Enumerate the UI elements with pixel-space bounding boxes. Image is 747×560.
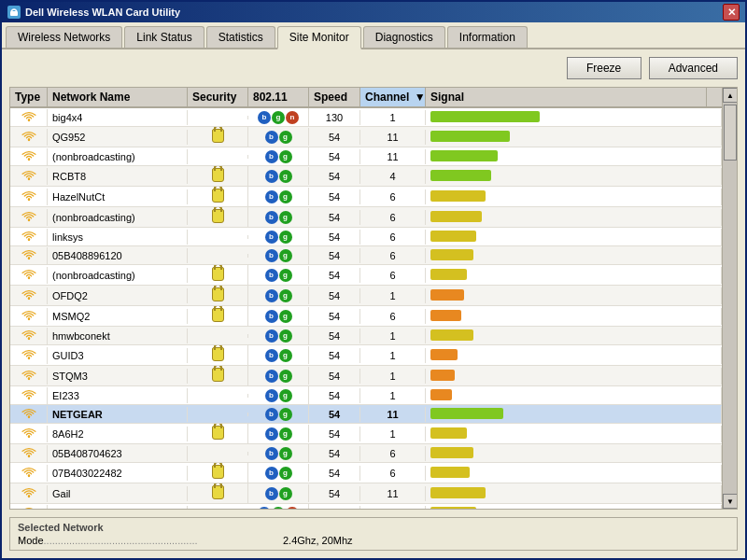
col-channel[interactable]: Channel ▼ xyxy=(360,88,426,106)
table-row[interactable]: (nonbroadcasting) bg546 xyxy=(10,207,722,228)
cell-protocol: bg xyxy=(248,307,309,325)
cell-network-name: MSMQ2 xyxy=(48,309,188,324)
scroll-up-button[interactable]: ▲ xyxy=(723,88,737,103)
cell-channel: 6 xyxy=(360,466,426,481)
table-row[interactable]: (nonbroadcasting) bg546 xyxy=(10,265,722,286)
app-icon xyxy=(7,6,21,19)
cell-type xyxy=(10,368,48,385)
network-table: Type Network Name Security 802.11 Speed … xyxy=(9,87,738,510)
scrollbar[interactable]: ▲ ▼ xyxy=(722,88,737,509)
content-area: Freeze Advanced Type Network Name Securi… xyxy=(2,49,745,558)
tab-bar: Wireless Networks Link Status Statistics… xyxy=(2,22,745,49)
cell-type xyxy=(10,229,48,245)
cell-speed: 54 xyxy=(309,149,360,164)
cell-network-name: (nonbroadcasting) xyxy=(48,268,188,283)
cell-channel: 11 xyxy=(360,486,426,501)
table-row[interactable]: 07B403022482 bg546 xyxy=(10,463,722,483)
cell-channel: 6 xyxy=(360,189,426,204)
freeze-button[interactable]: Freeze xyxy=(567,57,641,79)
table-row[interactable]: big4x4bgn1301 xyxy=(10,108,722,127)
cell-security xyxy=(188,413,248,416)
window-title: Dell Wireless WLAN Card Utility xyxy=(25,7,180,18)
cell-network-name: STQM3 xyxy=(48,369,188,384)
col-network-name[interactable]: Network Name xyxy=(48,88,188,106)
cell-channel: 1 xyxy=(360,388,426,403)
table-row[interactable]: RCBT8 bg544 xyxy=(10,166,722,187)
scroll-down-button[interactable]: ▼ xyxy=(723,494,737,509)
table-row[interactable]: NETGEARbg5411 xyxy=(10,405,722,424)
col-type: Type xyxy=(10,88,48,106)
cell-signal xyxy=(426,406,722,423)
svg-point-3 xyxy=(27,158,30,161)
table-row[interactable]: HazelNutCt bg546 xyxy=(10,187,722,207)
svg-point-16 xyxy=(27,415,30,418)
tab-information[interactable]: Information xyxy=(447,26,528,48)
cell-channel: 1 xyxy=(360,369,426,384)
cell-channel: 6 xyxy=(360,446,426,461)
cell-security xyxy=(188,235,248,239)
tab-statistics[interactable]: Statistics xyxy=(206,26,275,48)
cell-protocol: bg xyxy=(248,266,309,284)
svg-point-10 xyxy=(27,297,30,300)
cell-channel: 1 xyxy=(360,288,426,303)
svg-point-19 xyxy=(27,474,30,477)
cell-signal xyxy=(426,347,722,364)
tab-wireless-networks[interactable]: Wireless Networks xyxy=(6,26,122,48)
cell-type xyxy=(10,209,48,226)
cell-security xyxy=(188,334,248,338)
cell-channel: 6 xyxy=(360,230,426,245)
cell-security xyxy=(188,207,248,227)
cell-signal xyxy=(426,308,722,325)
table-row[interactable]: MSMQ2 bg546 xyxy=(10,306,722,327)
table-row[interactable]: Gail bg5411 xyxy=(10,483,722,504)
col-security[interactable]: Security xyxy=(188,88,248,106)
table-body[interactable]: big4x4bgn1301 QG952 bg5411 (nonbroadcast… xyxy=(10,108,722,509)
cell-security xyxy=(188,366,248,385)
table-row[interactable]: QG952 bg5411 xyxy=(10,127,722,147)
table-row[interactable]: (nonbroadcasting)bg5411 xyxy=(10,147,722,166)
advanced-button[interactable]: Advanced xyxy=(649,57,738,79)
cell-type xyxy=(10,426,48,442)
table-row[interactable]: hmwbconektbg541 xyxy=(10,327,722,345)
cell-security xyxy=(188,286,248,305)
scrollbar-thumb[interactable] xyxy=(724,105,737,161)
cell-protocol: bg xyxy=(248,167,309,185)
table-row[interactable]: 8A6H2 bg541 xyxy=(10,424,722,444)
cell-signal xyxy=(426,287,722,304)
col-signal[interactable]: Signal xyxy=(426,88,707,106)
cell-security xyxy=(188,424,248,443)
selected-network-panel: Selected Network Mode...................… xyxy=(9,517,738,551)
table-row[interactable]: OFDQ2 bg541 xyxy=(10,286,722,306)
cell-type xyxy=(10,267,48,284)
cell-network-name: (nonbroadcasting) xyxy=(48,149,188,164)
svg-point-2 xyxy=(27,138,30,141)
cell-protocol: bg xyxy=(248,208,309,226)
col-802-11[interactable]: 802.11 xyxy=(248,88,309,106)
scrollbar-track[interactable] xyxy=(723,103,737,494)
table-row[interactable]: 05B408704623bg546 xyxy=(10,444,722,463)
cell-channel: 11 xyxy=(360,130,426,145)
cell-protocol: bg xyxy=(248,346,309,364)
cell-speed: 54 xyxy=(309,466,360,481)
tab-site-monitor[interactable]: Site Monitor xyxy=(277,26,361,49)
cell-network-name: RCBT8 xyxy=(48,169,188,184)
close-button[interactable]: ✕ xyxy=(723,4,740,21)
table-row[interactable]: GUID3 bg541 xyxy=(10,345,722,366)
cell-network-name: (nonbroadcasting) xyxy=(48,506,188,510)
table-row[interactable]: (nonbroadcasting)bgn1301 xyxy=(10,504,722,509)
table-row[interactable]: STQM3 bg541 xyxy=(10,366,722,386)
table-row[interactable]: linksysbg546 xyxy=(10,228,722,246)
tab-diagnostics[interactable]: Diagnostics xyxy=(363,26,445,48)
cell-security xyxy=(188,463,248,483)
table-row[interactable]: EI233bg541 xyxy=(10,386,722,405)
cell-signal xyxy=(426,465,722,482)
table-row[interactable]: 05B408896120bg546 xyxy=(10,246,722,265)
tab-link-status[interactable]: Link Status xyxy=(124,26,204,48)
cell-network-name: hmwbconekt xyxy=(48,329,188,343)
svg-point-7 xyxy=(27,238,30,241)
cell-channel: 6 xyxy=(360,210,426,225)
cell-network-name: 05B408704623 xyxy=(48,446,188,461)
col-speed[interactable]: Speed xyxy=(309,88,360,106)
cell-security xyxy=(188,265,248,285)
cell-channel: 6 xyxy=(360,248,426,263)
